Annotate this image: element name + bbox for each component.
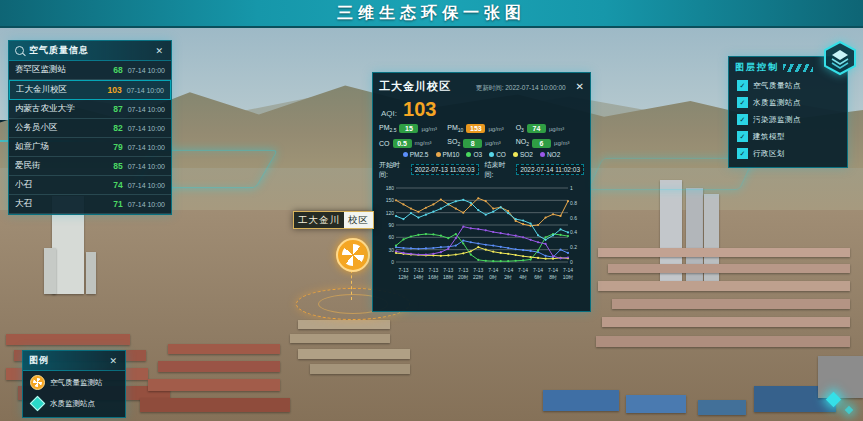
building bbox=[626, 395, 686, 413]
station-aqi-value: 71 bbox=[101, 199, 123, 209]
layer-item[interactable]: ✓水质监测站点 bbox=[729, 94, 847, 111]
air-station-marker-icon[interactable] bbox=[336, 238, 370, 272]
svg-text:0.2: 0.2 bbox=[570, 244, 577, 250]
station-list-panel: 空气质量信息 ✕ 赛罕区监测站6807-14 10:00工大金川校区10307-… bbox=[8, 40, 172, 215]
svg-text:60: 60 bbox=[388, 234, 394, 240]
start-time-input[interactable]: 2022-07-13 11:02:03 bbox=[411, 164, 479, 175]
end-time-input[interactable]: 2022-07-14 11:02:03 bbox=[516, 164, 584, 175]
svg-text:120: 120 bbox=[386, 209, 395, 215]
pollutant-cell: SO28µg/m³ bbox=[447, 138, 515, 147]
station-name: 如意广场 bbox=[15, 141, 101, 153]
top-banner: 三维生态环保一张图 bbox=[0, 0, 863, 28]
layer-checkbox[interactable]: ✓ bbox=[737, 131, 748, 142]
legend-label: PM10 bbox=[443, 151, 460, 158]
svg-text:14时: 14时 bbox=[413, 274, 424, 280]
building bbox=[596, 336, 850, 347]
station-panel-header: 空气质量信息 ✕ bbox=[9, 41, 171, 61]
page-title: 三维生态环保一张图 bbox=[337, 3, 526, 24]
legend-item-label: 空气质量监测站 bbox=[50, 378, 103, 388]
layer-checkbox[interactable]: ✓ bbox=[737, 97, 748, 108]
layer-item[interactable]: ✓行政区划 bbox=[729, 145, 847, 162]
close-icon[interactable]: ✕ bbox=[153, 46, 165, 56]
legend-label: NO2 bbox=[547, 151, 560, 158]
pollutant-name: SO2 bbox=[447, 138, 460, 147]
station-row[interactable]: 如意广场7907-14 10:00 bbox=[9, 138, 171, 157]
search-icon[interactable] bbox=[15, 46, 24, 55]
building bbox=[44, 248, 56, 294]
chart-legend-item[interactable]: CO bbox=[489, 151, 506, 158]
svg-text:7-13: 7-13 bbox=[473, 267, 483, 273]
building bbox=[608, 264, 850, 273]
legend-label: O3 bbox=[473, 151, 482, 158]
layer-item[interactable]: ✓污染源监测点 bbox=[729, 111, 847, 128]
pollutant-cell: NO26µg/m³ bbox=[516, 138, 584, 147]
building bbox=[6, 334, 130, 345]
pollutant-value-badge: 0.5 bbox=[393, 139, 412, 148]
building bbox=[602, 317, 850, 327]
svg-text:8时: 8时 bbox=[549, 274, 557, 280]
svg-text:7-14: 7-14 bbox=[533, 267, 543, 273]
svg-text:90: 90 bbox=[388, 222, 394, 228]
station-row[interactable]: 赛罕区监测站6807-14 10:00 bbox=[9, 61, 171, 80]
layer-checkbox[interactable]: ✓ bbox=[737, 80, 748, 91]
svg-text:0时: 0时 bbox=[489, 274, 497, 280]
pollutant-value-badge: 74 bbox=[527, 124, 546, 133]
station-time: 07-14 10:00 bbox=[127, 87, 164, 94]
pollutant-unit: µg/m³ bbox=[549, 126, 564, 132]
station-row[interactable]: 小召7407-14 10:00 bbox=[9, 176, 171, 195]
layer-label: 空气质量站点 bbox=[753, 81, 801, 91]
chart-legend-item[interactable]: O3 bbox=[466, 151, 482, 158]
chart-legend-item[interactable]: PM10 bbox=[436, 151, 460, 158]
building bbox=[598, 281, 850, 291]
chart-legend: PM2.5PM10O3COSO2NO2 bbox=[379, 151, 584, 158]
layer-item[interactable]: ✓空气质量站点 bbox=[729, 77, 847, 94]
update-time-label: 更新时间: bbox=[476, 84, 504, 91]
building bbox=[140, 398, 290, 412]
legend-dot bbox=[403, 152, 408, 157]
layer-panel-title: 图层控制 bbox=[735, 61, 779, 74]
legend-dot bbox=[466, 152, 471, 157]
layer-label: 污染源监测点 bbox=[753, 115, 801, 125]
svg-text:1: 1 bbox=[570, 185, 573, 191]
chart-legend-item[interactable]: SO2 bbox=[513, 151, 533, 158]
chart-legend-item[interactable]: NO2 bbox=[540, 151, 560, 158]
svg-text:0: 0 bbox=[391, 259, 394, 265]
update-time: 更新时间: 2022-07-14 10:00:00 bbox=[457, 84, 566, 93]
station-row[interactable]: 内蒙古农业大学8707-14 10:00 bbox=[9, 100, 171, 119]
building bbox=[612, 299, 850, 309]
chart-legend-item[interactable]: PM2.5 bbox=[403, 151, 429, 158]
station-row[interactable]: 爱民街8507-14 10:00 bbox=[9, 157, 171, 176]
layer-item[interactable]: ✓建筑模型 bbox=[729, 128, 847, 145]
close-icon[interactable]: ✕ bbox=[576, 81, 584, 92]
legend-dot bbox=[489, 152, 494, 157]
legend-panel-header: 图例 ✕ bbox=[23, 351, 125, 371]
building bbox=[598, 248, 850, 257]
layers-icon[interactable] bbox=[822, 40, 858, 76]
legend-item: 空气质量监测站 bbox=[23, 371, 125, 392]
station-row[interactable]: 公务员小区8207-14 10:00 bbox=[9, 119, 171, 138]
pollutant-grid: PM2.515µg/m³PM10153µg/m³O374µg/m³CO0.5mg… bbox=[379, 124, 584, 148]
station-name: 工大金川校区 bbox=[16, 84, 100, 96]
time-range-row: 开始时间: 2022-07-13 11:02:03 结束时间: 2022-07-… bbox=[379, 160, 584, 180]
pollutant-value-badge: 6 bbox=[532, 139, 551, 148]
svg-text:2时: 2时 bbox=[504, 274, 512, 280]
building bbox=[698, 400, 746, 415]
station-billboard[interactable]: 工大金川 校区 bbox=[293, 211, 374, 229]
legend-label: CO bbox=[496, 151, 506, 158]
svg-text:7-14: 7-14 bbox=[563, 267, 573, 273]
station-row[interactable]: 工大金川校区10307-14 10:00 bbox=[9, 80, 171, 100]
station-aqi-value: 79 bbox=[101, 142, 123, 152]
svg-text:7-14: 7-14 bbox=[548, 267, 558, 273]
svg-text:12时: 12时 bbox=[398, 274, 409, 280]
station-aqi-value: 103 bbox=[100, 85, 122, 95]
svg-text:6时: 6时 bbox=[534, 274, 542, 280]
layer-checkbox[interactable]: ✓ bbox=[737, 114, 748, 125]
legend-dot bbox=[513, 152, 518, 157]
pollutant-name: PM10 bbox=[447, 124, 463, 133]
pollutant-name: PM2.5 bbox=[379, 124, 396, 133]
close-icon[interactable]: ✕ bbox=[107, 356, 119, 366]
pollutant-cell: CO0.5mg/m³ bbox=[379, 138, 447, 147]
station-row[interactable]: 大召7107-14 10:00 bbox=[9, 195, 171, 214]
svg-text:0.4: 0.4 bbox=[570, 229, 577, 235]
layer-checkbox[interactable]: ✓ bbox=[737, 148, 748, 159]
